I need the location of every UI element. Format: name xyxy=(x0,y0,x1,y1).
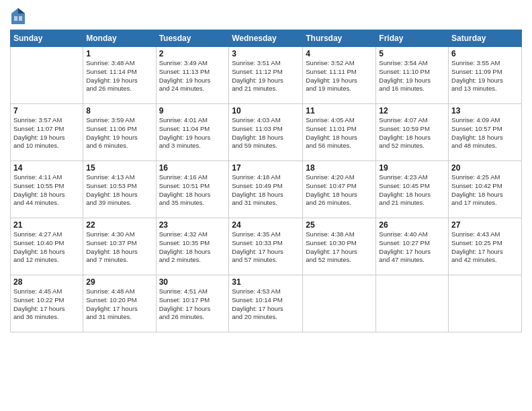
day-number: 28 xyxy=(13,277,80,287)
calendar-cell: 13Sunrise: 4:09 AM Sunset: 10:57 PM Dayl… xyxy=(449,104,522,161)
day-info: Sunrise: 4:05 AM Sunset: 11:01 PM Daylig… xyxy=(306,116,373,150)
day-number: 30 xyxy=(159,277,226,287)
calendar-cell: 25Sunrise: 4:38 AM Sunset: 10:30 PM Dayl… xyxy=(303,218,376,275)
day-number: 21 xyxy=(13,220,80,230)
day-info: Sunrise: 4:48 AM Sunset: 10:20 PM Daylig… xyxy=(86,287,152,322)
day-info: Sunrise: 4:30 AM Sunset: 10:37 PM Daylig… xyxy=(86,230,152,265)
calendar-cell: 2Sunrise: 3:49 AM Sunset: 11:13 PM Dayli… xyxy=(156,47,229,104)
calendar-cell: 19Sunrise: 4:23 AM Sunset: 10:45 PM Dayl… xyxy=(376,161,449,218)
day-info: Sunrise: 4:03 AM Sunset: 11:03 PM Daylig… xyxy=(232,116,300,150)
calendar-cell xyxy=(376,275,449,332)
day-number: 6 xyxy=(451,49,519,58)
day-number: 16 xyxy=(159,163,226,173)
logo xyxy=(10,7,29,26)
svg-rect-2 xyxy=(14,16,17,21)
calendar-cell: 12Sunrise: 4:07 AM Sunset: 10:59 PM Dayl… xyxy=(376,104,449,161)
day-number: 26 xyxy=(379,220,445,230)
calendar-cell: 14Sunrise: 4:11 AM Sunset: 10:55 PM Dayl… xyxy=(11,161,83,218)
calendar-header-thursday: Thursday xyxy=(303,30,376,47)
svg-marker-1 xyxy=(18,8,25,13)
calendar-cell: 29Sunrise: 4:48 AM Sunset: 10:20 PM Dayl… xyxy=(83,275,156,332)
day-number: 14 xyxy=(13,163,80,173)
calendar-table: SundayMondayTuesdayWednesdayThursdayFrid… xyxy=(10,30,522,332)
day-number: 20 xyxy=(451,163,519,173)
calendar-cell: 24Sunrise: 4:35 AM Sunset: 10:33 PM Dayl… xyxy=(229,218,303,275)
day-number: 22 xyxy=(86,220,152,230)
day-number: 15 xyxy=(86,163,152,173)
day-info: Sunrise: 4:45 AM Sunset: 10:22 PM Daylig… xyxy=(13,287,80,322)
day-info: Sunrise: 4:43 AM Sunset: 10:25 PM Daylig… xyxy=(451,230,519,265)
calendar-cell: 28Sunrise: 4:45 AM Sunset: 10:22 PM Dayl… xyxy=(11,275,83,332)
day-info: Sunrise: 4:20 AM Sunset: 10:47 PM Daylig… xyxy=(306,173,373,208)
calendar-cell: 17Sunrise: 4:18 AM Sunset: 10:49 PM Dayl… xyxy=(229,161,303,218)
day-number: 31 xyxy=(232,277,300,287)
day-info: Sunrise: 4:32 AM Sunset: 10:35 PM Daylig… xyxy=(159,230,226,265)
day-number: 19 xyxy=(379,163,445,173)
calendar-cell: 9Sunrise: 4:01 AM Sunset: 11:04 PM Dayli… xyxy=(156,104,229,161)
calendar-cell: 6Sunrise: 3:55 AM Sunset: 11:09 PM Dayli… xyxy=(449,47,522,104)
day-number: 23 xyxy=(159,220,226,230)
day-number: 9 xyxy=(159,106,226,116)
day-number: 25 xyxy=(306,220,373,230)
svg-rect-3 xyxy=(19,16,22,21)
day-info: Sunrise: 3:49 AM Sunset: 11:13 PM Daylig… xyxy=(159,59,226,93)
calendar-cell xyxy=(303,275,376,332)
day-info: Sunrise: 4:13 AM Sunset: 10:53 PM Daylig… xyxy=(86,173,152,208)
day-info: Sunrise: 4:01 AM Sunset: 11:04 PM Daylig… xyxy=(159,116,226,150)
day-info: Sunrise: 4:51 AM Sunset: 10:17 PM Daylig… xyxy=(159,287,226,322)
calendar-cell: 26Sunrise: 4:40 AM Sunset: 10:27 PM Dayl… xyxy=(376,218,449,275)
day-info: Sunrise: 4:27 AM Sunset: 10:40 PM Daylig… xyxy=(13,230,80,265)
calendar-week-row: 1Sunrise: 3:48 AM Sunset: 11:14 PM Dayli… xyxy=(11,47,522,104)
calendar-cell xyxy=(449,275,522,332)
calendar-cell: 5Sunrise: 3:54 AM Sunset: 11:10 PM Dayli… xyxy=(376,47,449,104)
day-number: 4 xyxy=(306,49,373,58)
day-number: 13 xyxy=(451,106,519,116)
page: SundayMondayTuesdayWednesdayThursdayFrid… xyxy=(0,0,532,411)
day-info: Sunrise: 4:23 AM Sunset: 10:45 PM Daylig… xyxy=(379,173,445,208)
day-number: 12 xyxy=(379,106,445,116)
day-number: 2 xyxy=(159,49,226,58)
day-info: Sunrise: 4:40 AM Sunset: 10:27 PM Daylig… xyxy=(379,230,445,265)
calendar-cell: 31Sunrise: 4:53 AM Sunset: 10:14 PM Dayl… xyxy=(229,275,303,332)
calendar-header-friday: Friday xyxy=(376,30,449,47)
day-info: Sunrise: 4:25 AM Sunset: 10:42 PM Daylig… xyxy=(451,173,519,208)
calendar-header-row: SundayMondayTuesdayWednesdayThursdayFrid… xyxy=(11,30,522,47)
day-number: 29 xyxy=(86,277,152,287)
day-number: 1 xyxy=(86,49,152,58)
day-info: Sunrise: 3:48 AM Sunset: 11:14 PM Daylig… xyxy=(86,59,152,93)
calendar-cell: 22Sunrise: 4:30 AM Sunset: 10:37 PM Dayl… xyxy=(83,218,156,275)
day-info: Sunrise: 3:55 AM Sunset: 11:09 PM Daylig… xyxy=(451,59,519,93)
day-number: 5 xyxy=(379,49,445,58)
calendar-cell: 3Sunrise: 3:51 AM Sunset: 11:12 PM Dayli… xyxy=(229,47,303,104)
calendar-cell: 10Sunrise: 4:03 AM Sunset: 11:03 PM Dayl… xyxy=(229,104,303,161)
calendar-header-tuesday: Tuesday xyxy=(156,30,229,47)
day-number: 27 xyxy=(451,220,519,230)
calendar-cell: 20Sunrise: 4:25 AM Sunset: 10:42 PM Dayl… xyxy=(449,161,522,218)
day-info: Sunrise: 4:18 AM Sunset: 10:49 PM Daylig… xyxy=(232,173,300,208)
calendar-week-row: 7Sunrise: 3:57 AM Sunset: 11:07 PM Dayli… xyxy=(11,104,522,161)
day-info: Sunrise: 4:11 AM Sunset: 10:55 PM Daylig… xyxy=(13,173,80,208)
calendar-cell: 30Sunrise: 4:51 AM Sunset: 10:17 PM Dayl… xyxy=(156,275,229,332)
calendar-header-saturday: Saturday xyxy=(449,30,522,47)
day-number: 8 xyxy=(86,106,152,116)
calendar-cell xyxy=(11,47,83,104)
calendar-header-sunday: Sunday xyxy=(11,30,83,47)
calendar-week-row: 14Sunrise: 4:11 AM Sunset: 10:55 PM Dayl… xyxy=(11,161,522,218)
day-number: 18 xyxy=(306,163,373,173)
day-info: Sunrise: 4:53 AM Sunset: 10:14 PM Daylig… xyxy=(232,287,300,322)
day-number: 10 xyxy=(232,106,300,116)
header xyxy=(10,7,522,26)
day-info: Sunrise: 3:54 AM Sunset: 11:10 PM Daylig… xyxy=(379,59,445,93)
calendar-header-monday: Monday xyxy=(83,30,156,47)
calendar-cell: 4Sunrise: 3:52 AM Sunset: 11:11 PM Dayli… xyxy=(303,47,376,104)
calendar-cell: 7Sunrise: 3:57 AM Sunset: 11:07 PM Dayli… xyxy=(11,104,83,161)
day-number: 24 xyxy=(232,220,300,230)
calendar-header-wednesday: Wednesday xyxy=(229,30,303,47)
calendar-cell: 15Sunrise: 4:13 AM Sunset: 10:53 PM Dayl… xyxy=(83,161,156,218)
calendar-cell: 18Sunrise: 4:20 AM Sunset: 10:47 PM Dayl… xyxy=(303,161,376,218)
calendar-cell: 8Sunrise: 3:59 AM Sunset: 11:06 PM Dayli… xyxy=(83,104,156,161)
day-info: Sunrise: 4:16 AM Sunset: 10:51 PM Daylig… xyxy=(159,173,226,208)
day-info: Sunrise: 3:51 AM Sunset: 11:12 PM Daylig… xyxy=(232,59,300,93)
calendar-cell: 21Sunrise: 4:27 AM Sunset: 10:40 PM Dayl… xyxy=(11,218,83,275)
calendar-cell: 1Sunrise: 3:48 AM Sunset: 11:14 PM Dayli… xyxy=(83,47,156,104)
